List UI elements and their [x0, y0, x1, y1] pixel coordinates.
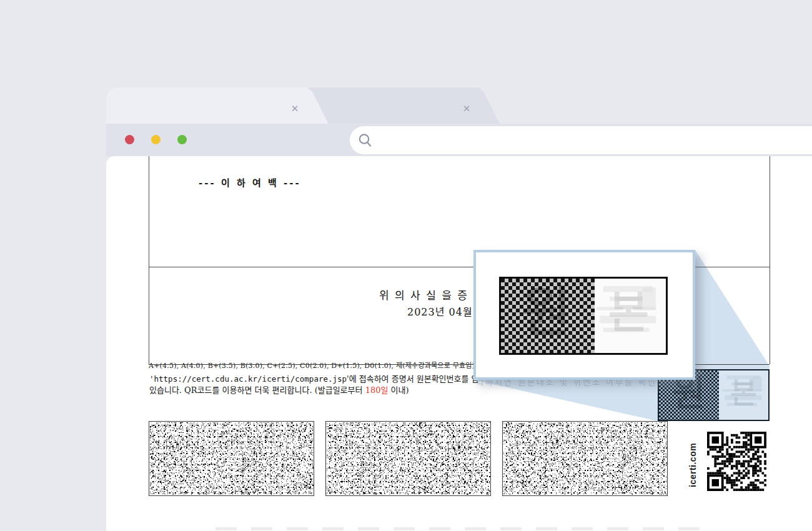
- qr-code: [706, 430, 768, 495]
- notice-line-2: 있습니다. QR코드를 이용하면 더욱 편리합니다. (발급일로부터 180일 …: [149, 385, 479, 396]
- qr-code-label: icerti.com: [688, 434, 698, 496]
- traffic-light-close-icon[interactable]: [125, 135, 134, 144]
- security-noise-block-1: [149, 421, 314, 496]
- address-bar[interactable]: [350, 126, 812, 154]
- traffic-light-minimize-icon[interactable]: [151, 135, 161, 144]
- table-border-right: [770, 156, 770, 364]
- traffic-light-zoom-icon[interactable]: [177, 135, 187, 144]
- tab2-close-icon[interactable]: ✕: [460, 102, 473, 115]
- verification-url: 'https://cert.cdu.ac.kr/icerti/compare.j…: [149, 374, 347, 384]
- issue-date: 2023년 04월: [407, 304, 473, 319]
- verification-notice: 'https://cert.cdu.ac.kr/icerti/compare.j…: [149, 374, 479, 395]
- notice-line-1: 'https://cert.cdu.ac.kr/icerti/compare.j…: [149, 374, 479, 385]
- validity-days: 180일: [365, 385, 389, 395]
- grade-scale-legend: A+(4.5), A(4.0), B+(3.5), B(3.0), C+(2.5…: [149, 360, 475, 370]
- security-noise-block-3: [502, 421, 668, 496]
- certify-statement: 위 의 사 실 을 증: [379, 287, 468, 302]
- search-icon: [357, 132, 374, 149]
- table-border-left: [149, 156, 149, 364]
- zoom-callout: [473, 250, 695, 380]
- cut-off-text-row: [215, 527, 703, 530]
- blank-below-marker: --- 이 하 여 백 ---: [199, 176, 301, 189]
- table-divider-over-pointer: [695, 267, 770, 267]
- watermark-magnified: [499, 277, 668, 355]
- security-noise-block-2: [325, 421, 491, 496]
- tab1-close-icon[interactable]: ✕: [289, 102, 301, 115]
- search-input[interactable]: [374, 126, 812, 155]
